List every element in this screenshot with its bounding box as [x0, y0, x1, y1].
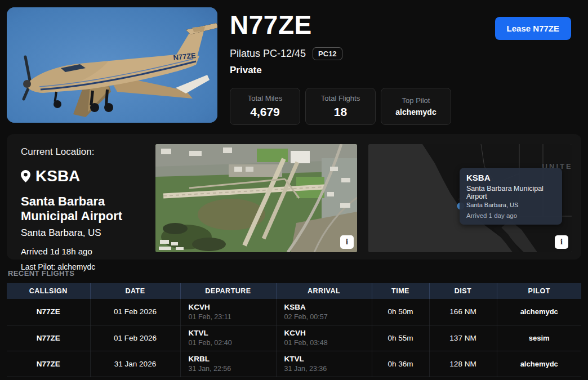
tooltip-icao: KSBA	[466, 173, 555, 182]
flight-dist: 128 NM	[429, 351, 497, 377]
hero-section: N77ZE N77ZE Pilatus PC-12/45 PC12 Priv	[7, 7, 581, 123]
arrival-time: 31 Jan, 23:36	[284, 365, 372, 373]
location-arrived: Arrived 1d 18h ago	[21, 247, 144, 256]
stats-row: Total Miles 4,679 Total Flights 18 Top P…	[230, 88, 581, 125]
flight-arrival: KCVH 01 Feb, 03:48	[276, 325, 372, 351]
flight-arrival: KTVL 31 Jan, 23:36	[276, 351, 372, 377]
flight-date: 01 Feb 2026	[90, 299, 180, 325]
aircraft-photo-illustration: N77ZE	[7, 7, 217, 123]
arrival-icao: KSBA	[284, 303, 372, 311]
flight-row[interactable]: N77ZE 31 Jan 2026 KRBL 31 Jan, 22:56 KTV…	[7, 351, 581, 377]
flight-date: 31 Jan 2026	[90, 351, 180, 377]
tooltip-city: Santa Barbara, US	[466, 202, 555, 208]
flight-arrival: KSBA 02 Feb, 00:57	[276, 299, 372, 325]
flight-pilot: sesim	[497, 325, 581, 351]
stat-label: Total Miles	[248, 94, 282, 102]
stat-top-pilot: Top Pilot alchemydc	[381, 88, 451, 125]
satellite-map-info-button[interactable]: i	[340, 235, 354, 249]
arrival-time: 02 Feb, 00:57	[284, 313, 372, 321]
flight-pilot: alchemydc	[497, 299, 581, 325]
arrival-icao: KCVH	[284, 329, 372, 337]
map-pin-icon	[21, 170, 30, 182]
location-airport-name: Santa Barbara Municipal Airport	[21, 194, 144, 223]
arrival-icao: KTVL	[284, 355, 372, 363]
recent-flights-table: CALLSIGN DATE DEPARTURE ARRIVAL TIME DIS…	[7, 283, 581, 377]
stat-total-miles: Total Miles 4,679	[230, 88, 300, 125]
ownership-label: Private	[230, 65, 581, 76]
flight-dist: 137 NM	[429, 325, 497, 351]
stat-value: alchemydc	[395, 108, 436, 117]
flight-date: 01 Feb 2026	[90, 325, 180, 351]
location-heading: Current Location:	[21, 146, 144, 158]
type-badge: PC12	[313, 47, 342, 60]
map-tooltip: KSBA Santa Barbara Municipal Airport San…	[460, 168, 562, 225]
column-header-callsign: CALLSIGN	[7, 283, 90, 299]
flight-time: 0h 55m	[372, 325, 429, 351]
aircraft-type: Pilatus PC-12/45	[230, 48, 306, 60]
region-map[interactable]: UNITED KSBA Santa Barbara Municipal Airp…	[368, 144, 572, 252]
departure-time: 31 Jan, 22:56	[189, 365, 276, 373]
column-header-dist: DIST	[429, 283, 497, 299]
stat-value: 4,679	[250, 105, 280, 119]
location-icao: KSBA	[35, 167, 80, 185]
flight-row[interactable]: N77ZE 01 Feb 2026 KTVL 01 Feb, 02:40 KCV…	[7, 325, 581, 351]
stat-total-flights: Total Flights 18	[305, 88, 376, 125]
flight-dist: 166 NM	[429, 299, 497, 325]
aircraft-photo: N77ZE	[7, 7, 217, 123]
location-details: Current Location: KSBA Santa Barbara Mun…	[19, 144, 144, 249]
tooltip-airport: Santa Barbara Municipal Airport	[466, 185, 555, 200]
flight-callsign: N77ZE	[7, 351, 90, 377]
flight-departure: KTVL 01 Feb, 02:40	[180, 325, 276, 351]
column-header-time: TIME	[372, 283, 429, 299]
departure-icao: KTVL	[189, 329, 276, 337]
aircraft-detail-page: N77ZE N77ZE Pilatus PC-12/45 PC12 Priv	[0, 0, 588, 377]
departure-icao: KRBL	[189, 355, 276, 363]
lease-button[interactable]: Lease N77ZE	[495, 17, 571, 40]
column-header-departure: DEPARTURE	[180, 283, 276, 299]
flight-time: 0h 50m	[372, 299, 429, 325]
stat-label: Total Flights	[321, 94, 360, 102]
tooltip-arrived: Arrived 1 day ago	[466, 212, 555, 219]
column-header-date: DATE	[90, 283, 180, 299]
flight-departure: KCVH 01 Feb, 23:11	[180, 299, 276, 325]
stat-value: 18	[334, 105, 347, 119]
departure-time: 01 Feb, 02:40	[189, 339, 276, 347]
current-location-panel: Current Location: KSBA Santa Barbara Mun…	[7, 134, 581, 260]
table-header-row: CALLSIGN DATE DEPARTURE ARRIVAL TIME DIS…	[7, 283, 581, 299]
region-map-info-button[interactable]: i	[555, 235, 568, 249]
flight-callsign: N77ZE	[7, 299, 90, 325]
stat-label: Top Pilot	[402, 96, 430, 105]
column-header-pilot: PILOT	[497, 283, 581, 299]
satellite-map[interactable]: i	[155, 144, 357, 252]
flight-departure: KRBL 31 Jan, 22:56	[180, 351, 276, 377]
flight-callsign: N77ZE	[7, 325, 90, 351]
flight-row[interactable]: N77ZE 01 Feb 2026 KCVH 01 Feb, 23:11 KSB…	[7, 299, 581, 325]
flight-time: 0h 36m	[372, 351, 429, 377]
satellite-map-illustration	[155, 144, 357, 252]
column-header-arrival: ARRIVAL	[276, 283, 372, 299]
flight-pilot: alchemydc	[497, 351, 581, 377]
location-city: Santa Barbara, US	[21, 227, 144, 239]
departure-icao: KCVH	[189, 303, 276, 311]
departure-time: 01 Feb, 23:11	[189, 313, 276, 321]
arrival-time: 01 Feb, 03:48	[284, 339, 372, 347]
